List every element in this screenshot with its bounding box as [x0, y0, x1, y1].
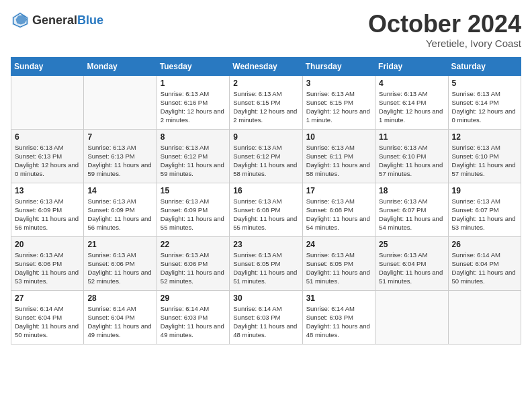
day-detail: Sunrise: 6:13 AMSunset: 6:06 PMDaylight:…: [87, 251, 151, 285]
day-detail: Sunrise: 6:13 AMSunset: 6:07 PMDaylight:…: [379, 197, 443, 232]
day-number: 11: [379, 132, 444, 142]
day-detail: Sunrise: 6:13 AMSunset: 6:08 PMDaylight:…: [306, 197, 370, 232]
day-detail: Sunrise: 6:14 AMSunset: 6:03 PMDaylight:…: [233, 305, 297, 339]
day-number: 28: [87, 293, 152, 303]
day-number: 16: [233, 186, 298, 195]
day-number: 26: [452, 240, 517, 249]
calendar-cell: 26 Sunrise: 6:14 AMSunset: 6:04 PMDaylig…: [448, 236, 521, 290]
calendar-cell: 19 Sunrise: 6:13 AMSunset: 6:07 PMDaylig…: [448, 183, 521, 236]
day-number: 29: [161, 293, 226, 303]
weekday-header-row: SundayMondayTuesdayWednesdayThursdayFrid…: [11, 57, 521, 75]
day-detail: Sunrise: 6:13 AMSunset: 6:12 PMDaylight:…: [233, 144, 297, 178]
calendar-cell: 30 Sunrise: 6:14 AMSunset: 6:03 PMDaylig…: [230, 290, 302, 344]
day-detail: Sunrise: 6:13 AMSunset: 6:06 PMDaylight:…: [161, 251, 224, 285]
month-title: October 2024: [368, 11, 521, 38]
weekday-header-wednesday: Wednesday: [230, 57, 302, 75]
day-detail: Sunrise: 6:13 AMSunset: 6:08 PMDaylight:…: [233, 197, 297, 232]
day-number: 17: [306, 186, 371, 195]
day-number: 10: [306, 132, 371, 142]
day-number: 5: [452, 79, 517, 88]
day-detail: Sunrise: 6:13 AMSunset: 6:07 PMDaylight:…: [452, 197, 516, 232]
day-detail: Sunrise: 6:13 AMSunset: 6:13 PMDaylight:…: [15, 144, 79, 178]
day-detail: Sunrise: 6:13 AMSunset: 6:15 PMDaylight:…: [233, 90, 297, 124]
calendar-cell: [11, 75, 84, 129]
calendar-cell: 4 Sunrise: 6:13 AMSunset: 6:14 PMDayligh…: [375, 75, 448, 129]
calendar-cell: 9 Sunrise: 6:13 AMSunset: 6:12 PMDayligh…: [230, 129, 302, 183]
day-number: 8: [161, 132, 226, 142]
weekday-header-saturday: Saturday: [448, 57, 521, 75]
calendar-cell: 2 Sunrise: 6:13 AMSunset: 6:15 PMDayligh…: [230, 75, 302, 129]
day-detail: Sunrise: 6:14 AMSunset: 6:03 PMDaylight:…: [306, 305, 370, 339]
calendar-cell: 3 Sunrise: 6:13 AMSunset: 6:15 PMDayligh…: [302, 75, 375, 129]
day-number: 7: [87, 132, 152, 142]
calendar-cell: 16 Sunrise: 6:13 AMSunset: 6:08 PMDaylig…: [230, 183, 302, 236]
calendar-cell: 24 Sunrise: 6:13 AMSunset: 6:05 PMDaylig…: [302, 236, 375, 290]
day-number: 27: [15, 293, 80, 303]
day-number: 3: [306, 79, 371, 88]
day-number: 24: [306, 240, 371, 249]
page-header: GeneralBlue October 2024 Yeretiele, Ivor…: [11, 11, 521, 49]
day-number: 13: [15, 186, 80, 195]
day-detail: Sunrise: 6:14 AMSunset: 6:04 PMDaylight:…: [452, 251, 516, 285]
day-number: 25: [379, 240, 444, 249]
weekday-header-friday: Friday: [375, 57, 448, 75]
day-detail: Sunrise: 6:13 AMSunset: 6:14 PMDaylight:…: [452, 90, 516, 124]
day-number: 19: [452, 186, 517, 195]
day-detail: Sunrise: 6:13 AMSunset: 6:16 PMDaylight:…: [161, 90, 224, 124]
day-detail: Sunrise: 6:13 AMSunset: 6:06 PMDaylight:…: [15, 251, 79, 285]
day-number: 4: [379, 79, 444, 88]
day-number: 1: [161, 79, 226, 88]
day-number: 18: [379, 186, 444, 195]
weekday-header-sunday: Sunday: [11, 57, 84, 75]
title-block: October 2024 Yeretiele, Ivory Coast: [368, 11, 521, 49]
calendar-cell: 18 Sunrise: 6:13 AMSunset: 6:07 PMDaylig…: [375, 183, 448, 236]
day-detail: Sunrise: 6:13 AMSunset: 6:12 PMDaylight:…: [161, 144, 224, 178]
calendar-cell: [448, 290, 521, 344]
weekday-header-tuesday: Tuesday: [157, 57, 229, 75]
calendar-cell: 17 Sunrise: 6:13 AMSunset: 6:08 PMDaylig…: [302, 183, 375, 236]
day-number: 6: [15, 132, 80, 142]
calendar-cell: [375, 290, 448, 344]
logo-icon: [11, 11, 30, 30]
calendar-cell: 13 Sunrise: 6:13 AMSunset: 6:09 PMDaylig…: [11, 183, 84, 236]
calendar-cell: 6 Sunrise: 6:13 AMSunset: 6:13 PMDayligh…: [11, 129, 84, 183]
calendar-table: SundayMondayTuesdayWednesdayThursdayFrid…: [11, 57, 521, 345]
week-row-4: 20 Sunrise: 6:13 AMSunset: 6:06 PMDaylig…: [11, 236, 521, 290]
calendar-cell: 29 Sunrise: 6:14 AMSunset: 6:03 PMDaylig…: [157, 290, 229, 344]
week-row-2: 6 Sunrise: 6:13 AMSunset: 6:13 PMDayligh…: [11, 129, 521, 183]
day-detail: Sunrise: 6:14 AMSunset: 6:04 PMDaylight:…: [87, 305, 151, 339]
day-detail: Sunrise: 6:13 AMSunset: 6:04 PMDaylight:…: [379, 251, 443, 285]
day-number: 30: [233, 293, 298, 303]
logo-text: General: [32, 13, 77, 27]
calendar-cell: 10 Sunrise: 6:13 AMSunset: 6:11 PMDaylig…: [302, 129, 375, 183]
day-number: 9: [233, 132, 298, 142]
day-detail: Sunrise: 6:13 AMSunset: 6:10 PMDaylight:…: [379, 144, 443, 178]
week-row-1: 1 Sunrise: 6:13 AMSunset: 6:16 PMDayligh…: [11, 75, 521, 129]
logo-text-blue: Blue: [77, 13, 103, 27]
day-detail: Sunrise: 6:13 AMSunset: 6:09 PMDaylight:…: [15, 197, 79, 232]
week-row-3: 13 Sunrise: 6:13 AMSunset: 6:09 PMDaylig…: [11, 183, 521, 236]
calendar-cell: 7 Sunrise: 6:13 AMSunset: 6:13 PMDayligh…: [84, 129, 157, 183]
calendar-cell: 8 Sunrise: 6:13 AMSunset: 6:12 PMDayligh…: [157, 129, 229, 183]
weekday-header-thursday: Thursday: [302, 57, 375, 75]
calendar-cell: 31 Sunrise: 6:14 AMSunset: 6:03 PMDaylig…: [302, 290, 375, 344]
calendar-cell: 5 Sunrise: 6:13 AMSunset: 6:14 PMDayligh…: [448, 75, 521, 129]
day-detail: Sunrise: 6:14 AMSunset: 6:03 PMDaylight:…: [161, 305, 224, 339]
day-number: 14: [87, 186, 152, 195]
calendar-cell: 25 Sunrise: 6:13 AMSunset: 6:04 PMDaylig…: [375, 236, 448, 290]
day-detail: Sunrise: 6:14 AMSunset: 6:04 PMDaylight:…: [15, 305, 79, 339]
day-number: 20: [15, 240, 80, 249]
logo: GeneralBlue: [11, 11, 103, 30]
day-detail: Sunrise: 6:13 AMSunset: 6:09 PMDaylight:…: [161, 197, 224, 232]
day-detail: Sunrise: 6:13 AMSunset: 6:09 PMDaylight:…: [87, 197, 151, 232]
day-detail: Sunrise: 6:13 AMSunset: 6:13 PMDaylight:…: [87, 144, 151, 178]
calendar-cell: 27 Sunrise: 6:14 AMSunset: 6:04 PMDaylig…: [11, 290, 84, 344]
day-number: 21: [87, 240, 152, 249]
calendar-cell: 28 Sunrise: 6:14 AMSunset: 6:04 PMDaylig…: [84, 290, 157, 344]
day-number: 2: [233, 79, 298, 88]
week-row-5: 27 Sunrise: 6:14 AMSunset: 6:04 PMDaylig…: [11, 290, 521, 344]
day-detail: Sunrise: 6:13 AMSunset: 6:10 PMDaylight:…: [452, 144, 516, 178]
day-detail: Sunrise: 6:13 AMSunset: 6:05 PMDaylight:…: [233, 251, 297, 285]
day-number: 23: [233, 240, 298, 249]
day-number: 31: [306, 293, 371, 303]
